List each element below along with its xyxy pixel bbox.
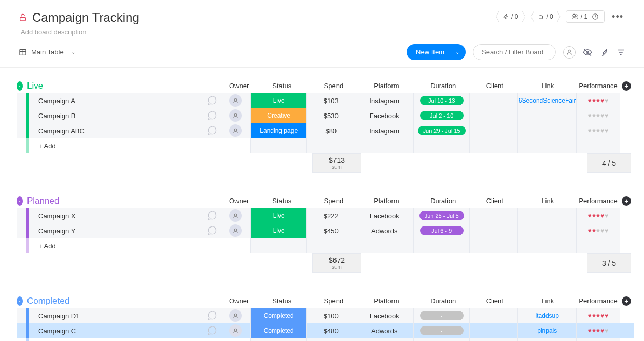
platform-cell[interactable]: Facebook: [355, 308, 413, 323]
table-row[interactable]: Campaign B Creative $530 Facebook Jul 2 …: [17, 108, 634, 123]
col-platform[interactable]: Platform: [358, 78, 416, 93]
members-pill[interactable]: / 1: [566, 10, 605, 23]
add-item-row[interactable]: + Add: [17, 138, 634, 153]
duration-cell[interactable]: Jul 6 - 9: [420, 226, 464, 235]
platform-cell[interactable]: Adwords: [355, 223, 413, 238]
item-name[interactable]: Campaign A: [29, 97, 204, 105]
col-spend[interactable]: Spend: [310, 193, 357, 208]
col-client[interactable]: Client: [471, 193, 519, 208]
performance-cell[interactable]: ♥♥♥♥♥: [576, 323, 619, 338]
owner-avatar[interactable]: [229, 209, 242, 222]
item-name[interactable]: Campaign ABC: [29, 127, 204, 135]
col-client[interactable]: Client: [471, 293, 519, 308]
item-name[interactable]: Campaign B: [29, 112, 204, 120]
conversation-icon[interactable]: [204, 225, 220, 236]
col-owner[interactable]: Owner: [224, 293, 254, 308]
performance-cell[interactable]: ♥♥♥♥♥: [576, 223, 619, 238]
conversation-icon[interactable]: [204, 110, 220, 121]
col-link[interactable]: Link: [519, 193, 577, 208]
new-item-button[interactable]: New Item ⌄: [407, 44, 466, 60]
client-cell[interactable]: [469, 208, 517, 223]
duration-cell[interactable]: Jul 10 - 13: [420, 96, 464, 105]
view-selector[interactable]: Main Table ⌄: [19, 48, 75, 56]
collapse-icon[interactable]: [17, 296, 23, 306]
add-item-row[interactable]: + Add: [17, 238, 634, 253]
spend-cell[interactable]: $222: [306, 208, 355, 223]
more-menu[interactable]: •••: [610, 11, 625, 22]
client-cell[interactable]: [469, 108, 517, 123]
status-cell[interactable]: Landing page: [251, 123, 306, 138]
platform-cell[interactable]: Instagram: [355, 123, 413, 138]
col-link[interactable]: Link: [519, 293, 577, 308]
link-cell[interactable]: itaddsup: [536, 312, 559, 319]
performance-cell[interactable]: ♥♥♥♥♥: [576, 308, 619, 323]
col-duration[interactable]: Duration: [415, 193, 471, 208]
status-cell[interactable]: Completed: [251, 308, 306, 323]
col-platform[interactable]: Platform: [358, 193, 416, 208]
automations-pill[interactable]: / 0: [496, 11, 525, 22]
col-status[interactable]: Status: [254, 193, 310, 208]
col-status[interactable]: Status: [254, 78, 310, 93]
collapse-icon[interactable]: [17, 196, 23, 206]
group-title[interactable]: Planned: [27, 196, 224, 206]
platform-cell[interactable]: Facebook: [355, 108, 413, 123]
col-duration[interactable]: Duration: [415, 293, 471, 308]
owner-avatar[interactable]: [229, 94, 242, 107]
spend-cell[interactable]: $80: [306, 123, 355, 138]
status-cell[interactable]: Completed: [251, 323, 306, 338]
col-spend[interactable]: Spend: [310, 293, 357, 308]
board-description[interactable]: Add board description: [21, 28, 139, 36]
table-row[interactable]: Campaign C Completed $480 Adwords - pinp…: [17, 323, 634, 338]
col-link[interactable]: Link: [519, 78, 577, 93]
performance-cell[interactable]: ♥♥♥♥♥: [576, 123, 619, 138]
col-duration[interactable]: Duration: [415, 78, 471, 93]
search-input[interactable]: [473, 44, 556, 60]
integrations-pill[interactable]: / 0: [530, 11, 560, 22]
table-row[interactable]: Campaign A Live $103 Instagram Jul 10 - …: [17, 93, 634, 108]
owner-avatar[interactable]: [229, 309, 242, 322]
col-spend[interactable]: Spend: [310, 78, 357, 93]
col-owner[interactable]: Owner: [224, 78, 254, 93]
link-cell[interactable]: 6SecondScienceFair: [519, 97, 576, 104]
client-cell[interactable]: [469, 223, 517, 238]
col-performance[interactable]: Performance: [577, 293, 620, 308]
filter-icon[interactable]: [616, 48, 625, 57]
status-cell[interactable]: Live: [251, 93, 306, 108]
add-column-button[interactable]: +: [622, 81, 631, 91]
col-platform[interactable]: Platform: [358, 293, 416, 308]
conversation-icon[interactable]: [204, 95, 220, 106]
conversation-icon[interactable]: [204, 210, 220, 221]
status-cell[interactable]: Live: [251, 223, 306, 238]
chevron-down-icon[interactable]: ⌄: [450, 49, 459, 55]
table-row[interactable]: Campaign X Live $222 Facebook Jun 25 - J…: [17, 208, 634, 223]
add-column-button[interactable]: +: [622, 296, 631, 306]
spend-cell[interactable]: $480: [306, 323, 355, 338]
col-performance[interactable]: Performance: [577, 78, 620, 93]
duration-cell[interactable]: Jun 25 - Jul 5: [419, 211, 464, 220]
group-title[interactable]: Live: [27, 81, 224, 91]
owner-avatar[interactable]: [229, 124, 242, 137]
item-name[interactable]: Campaign Y: [29, 227, 204, 235]
spend-cell[interactable]: $100: [306, 308, 355, 323]
add-column-button[interactable]: +: [622, 196, 631, 206]
hide-icon[interactable]: [583, 48, 592, 57]
performance-cell[interactable]: ♥♥♥♥♥: [576, 108, 619, 123]
client-cell[interactable]: [469, 93, 517, 108]
table-row[interactable]: Campaign Y Live $450 Adwords Jul 6 - 9 ♥…: [17, 223, 634, 238]
spend-cell[interactable]: $103: [306, 93, 355, 108]
spend-cell[interactable]: $450: [306, 223, 355, 238]
conversation-icon[interactable]: [204, 125, 220, 136]
client-cell[interactable]: [469, 123, 517, 138]
status-cell[interactable]: Creative: [251, 108, 306, 123]
owner-avatar[interactable]: [229, 324, 242, 337]
item-name[interactable]: Campaign C: [29, 327, 204, 335]
person-filter-icon[interactable]: [563, 46, 576, 59]
col-client[interactable]: Client: [471, 78, 519, 93]
platform-cell[interactable]: Adwords: [355, 323, 413, 338]
platform-cell[interactable]: Instagram: [355, 93, 413, 108]
item-name[interactable]: Campaign X: [29, 212, 204, 220]
group-title[interactable]: Completed: [27, 296, 224, 306]
conversation-icon[interactable]: [204, 310, 220, 321]
client-cell[interactable]: [469, 323, 517, 338]
spend-cell[interactable]: $530: [306, 108, 355, 123]
